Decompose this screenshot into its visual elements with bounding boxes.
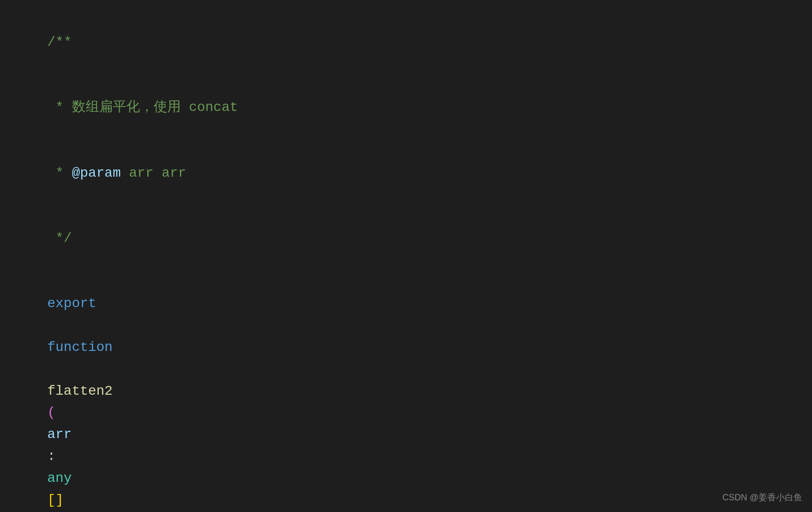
code-line-1: /** xyxy=(15,10,797,75)
code-line-3: * @param arr arr xyxy=(15,141,797,206)
code-editor: /** * 数组扁平化，使用 concat * @param arr arr *… xyxy=(0,0,812,512)
code-line-5: export function flatten2 ( arr : any [] … xyxy=(15,272,797,512)
watermark: CSDN @姜香小白鱼 xyxy=(723,491,802,505)
code-line-4: */ xyxy=(15,206,797,271)
code-line-2: * 数组扁平化，使用 concat xyxy=(15,75,797,140)
